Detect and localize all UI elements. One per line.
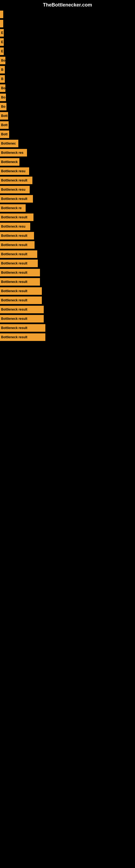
bar-row: Bo (0, 92, 135, 101)
result-bar: Bo (0, 84, 5, 92)
bar-row: B (0, 73, 135, 83)
result-bar: Bott (0, 121, 9, 129)
bar-row: Bottlenec (0, 138, 135, 147)
bar-row: E (0, 46, 135, 55)
bar-row (0, 18, 135, 27)
bar-row: E (0, 27, 135, 37)
result-bar (0, 20, 3, 27)
bar-row: Bottleneck result (0, 175, 135, 184)
result-bar: Bottleneck (0, 158, 19, 166)
result-bar: Bottleneck resu (0, 223, 30, 230)
result-bar: Bottleneck result (0, 269, 40, 276)
result-bar: Bo (0, 94, 6, 101)
result-bar: Bottleneck result (0, 333, 45, 341)
result-bar (0, 10, 3, 18)
result-bar: B (0, 66, 5, 73)
bar-row: Bott (0, 120, 135, 129)
bar-row: Bo (0, 55, 135, 64)
result-bar: Bottleneck result (0, 297, 42, 304)
result-bar: Bott (0, 130, 9, 138)
bar-row: Bottleneck resu (0, 166, 135, 175)
bar-row: Bottleneck resu (0, 221, 135, 230)
bar-row: Bottleneck resu (0, 184, 135, 193)
bar-row: Bottleneck result (0, 322, 135, 332)
bar-row: Bottleneck result (0, 313, 135, 322)
bar-row: Bottleneck result (0, 267, 135, 276)
result-bar: Bottleneck result (0, 214, 34, 221)
bar-row: Bottleneck re (0, 203, 135, 212)
bar-row: Bottleneck result (0, 304, 135, 313)
result-bar: Bottleneck result (0, 195, 33, 203)
bar-row: Bott (0, 129, 135, 138)
result-bar: Bottleneck re (0, 204, 26, 212)
bar-row: Bo (0, 83, 135, 92)
bar-row: Bottleneck result (0, 193, 135, 203)
bar-row: Bottleneck result (0, 295, 135, 304)
result-bar: Bottleneck result (0, 250, 37, 258)
result-bar: Bottlenec (0, 140, 18, 147)
result-bar: Bottleneck result (0, 306, 44, 313)
bar-row: Bottleneck result (0, 258, 135, 267)
result-bar: Bo (0, 57, 5, 64)
result-bar: Bottleneck result (0, 315, 44, 322)
bar-row: Bottleneck result (0, 332, 135, 341)
result-bar: B (0, 75, 5, 83)
bar-row: Bottleneck result (0, 230, 135, 240)
result-bar: Bottleneck result (0, 177, 32, 184)
result-bar: Bottleneck result (0, 259, 38, 267)
result-bar: Bottleneck resu (0, 167, 29, 175)
bar-row (0, 9, 135, 18)
bar-row: Bottleneck result (0, 249, 135, 258)
bar-row: B (0, 64, 135, 73)
site-title: TheBottlenecker.com (0, 0, 135, 9)
bar-row: Bo (0, 101, 135, 111)
bar-row: Bott (0, 111, 135, 120)
result-bar: Bo (0, 103, 6, 111)
bar-row: E (0, 37, 135, 46)
result-bar: Bottleneck resu (0, 186, 30, 193)
result-bar: Bottleneck result (0, 241, 35, 249)
result-bar: Bottleneck res (0, 149, 27, 156)
result-bar: Bottleneck result (0, 287, 42, 295)
bar-row: Bottleneck (0, 156, 135, 166)
bar-row: Bottleneck result (0, 240, 135, 249)
result-bar: Bottleneck result (0, 232, 34, 240)
bar-row: Bottleneck result (0, 212, 135, 221)
result-bar: E (0, 29, 4, 37)
bar-row: Bottleneck result (0, 286, 135, 295)
result-bar: E (0, 38, 4, 46)
result-bar: Bottleneck result (0, 278, 40, 286)
result-bar: Bott (0, 112, 8, 120)
bar-row: Bottleneck result (0, 276, 135, 286)
bar-row: Bottleneck res (0, 147, 135, 156)
result-bar: Bottleneck result (0, 324, 45, 332)
result-bar: E (0, 48, 4, 55)
